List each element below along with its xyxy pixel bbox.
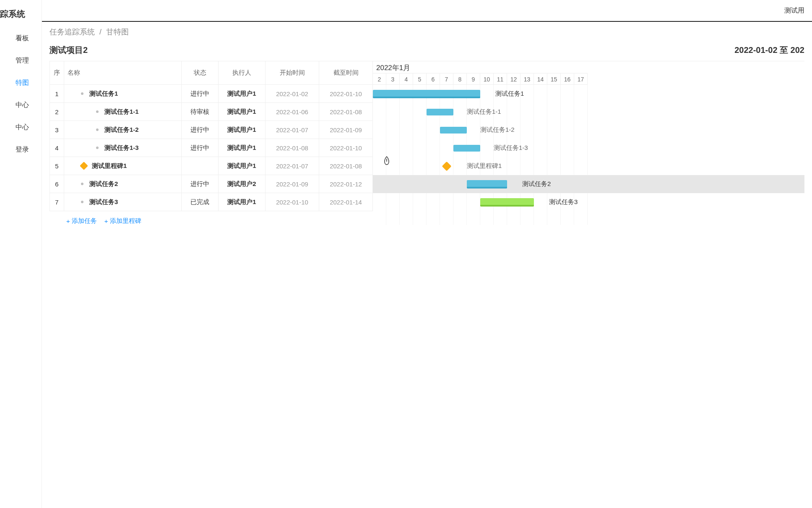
gantt-bar-label: 测试里程碑1 [467,162,502,170]
current-user[interactable]: 测试用 [784,6,804,15]
table-row[interactable]: 4测试任务1-3进行中测试用户12022-01-082022-01-10 [50,139,373,157]
bullet-icon [96,128,99,131]
bullet-icon [96,147,99,149]
gantt-bar[interactable] [453,145,480,152]
gantt-month-label: 2022年1月 [376,63,410,73]
day-header: 12 [507,73,521,85]
gantt-bar-label: 测试任务2 [522,180,551,188]
app-title: 踪系统 [0,5,42,27]
sidebar: 踪系统 看板管理特图中心中心登录 [0,0,42,508]
col-status-header: 状态 [182,61,219,85]
bullet-icon [81,183,83,185]
col-seq-header: 序 [50,61,64,85]
row-start: 2022-01-06 [265,103,319,121]
day-header: 10 [480,73,494,85]
gantt-row[interactable]: 测试任务3 [373,193,804,211]
row-executor: 测试用户1 [219,157,265,175]
row-executor: 测试用户1 [219,121,265,139]
gantt-bar-label: 测试任务1-1 [467,108,501,116]
col-end-header: 截至时间 [319,61,373,85]
row-status: 进行中 [182,139,219,157]
day-header: 17 [574,73,588,85]
table-row[interactable]: 2测试任务1-1待审核测试用户12022-01-062022-01-08 [50,103,373,121]
day-header: 15 [547,73,561,85]
row-end: 2022-01-08 [319,157,373,175]
plus-icon: + [66,217,70,225]
gantt-row[interactable]: 测试里程碑1 [373,157,804,175]
table-row[interactable]: 5测试里程碑1测试用户12022-01-072022-01-08 [50,157,373,175]
row-executor: 测试用户1 [219,193,265,211]
day-header: 14 [534,73,547,85]
task-name: 测试任务1-2 [104,126,139,134]
gantt-chart[interactable]: 2022年1月 234567891011121314151617 测试任务1测试… [373,61,804,225]
row-executor: 测试用户1 [219,85,265,103]
row-executor: 测试用户2 [219,175,265,193]
sidebar-item-2[interactable]: 特图 [0,72,42,94]
row-end: 2022-01-10 [319,85,373,103]
breadcrumb-current: 甘特图 [106,28,129,36]
row-seq: 1 [50,85,64,103]
gantt-row[interactable]: 测试任务1-1 [373,103,804,121]
table-row[interactable]: 1测试任务1进行中测试用户12022-01-022022-01-10 [50,85,373,103]
row-start: 2022-01-09 [265,175,319,193]
col-executor-header: 执行人 [219,61,265,85]
row-seq: 4 [50,139,64,157]
row-seq: 3 [50,121,64,139]
row-end: 2022-01-14 [319,193,373,211]
row-executor: 测试用户1 [219,103,265,121]
breadcrumb: 任务追踪系统 / 甘特图 [42,22,812,42]
gantt-bar-label: 测试任务1 [495,90,524,98]
row-status [182,157,219,175]
row-status: 进行中 [182,85,219,103]
gantt-row[interactable]: 测试任务2 [373,175,804,193]
sidebar-item-1[interactable]: 管理 [0,50,42,72]
sidebar-item-3[interactable]: 中心 [0,94,42,116]
gantt-bar[interactable] [467,180,507,189]
gantt-bar[interactable] [373,90,480,98]
gantt-bar[interactable] [427,109,453,115]
row-seq: 7 [50,193,64,211]
date-range: 2022-01-02 至 202 [734,45,804,56]
sidebar-item-4[interactable]: 中心 [0,116,42,139]
bullet-icon [81,201,83,203]
row-seq: 6 [50,175,64,193]
milestone-diamond-icon [442,161,452,171]
bullet-icon [96,110,99,113]
gantt-bar-label: 测试任务1-2 [480,126,515,134]
row-start: 2022-01-08 [265,139,319,157]
task-name: 测试任务3 [89,198,118,206]
task-name: 测试任务1-3 [104,144,139,152]
table-row[interactable]: 3测试任务1-2进行中测试用户12022-01-072022-01-09 [50,121,373,139]
project-title: 测试项目2 [49,45,88,56]
sidebar-item-0[interactable]: 看板 [0,27,42,50]
row-seq: 2 [50,103,64,121]
sidebar-item-5[interactable]: 登录 [0,139,42,161]
day-header: 11 [494,73,507,85]
gantt-row[interactable]: 测试任务1-2 [373,121,804,139]
task-name: 测试任务1 [89,90,118,98]
col-start-header: 开始时间 [265,61,319,85]
row-start: 2022-01-10 [265,193,319,211]
bullet-icon [81,92,83,95]
milestone-icon [80,162,88,170]
day-header: 7 [440,73,453,85]
day-header: 3 [386,73,400,85]
gantt-row[interactable]: 测试任务1-3 [373,139,804,157]
table-row[interactable]: 7测试任务3已完成测试用户12022-01-102022-01-14 [50,193,373,211]
add-task-button[interactable]: + 添加任务 [66,217,97,225]
row-end: 2022-01-08 [319,103,373,121]
row-end: 2022-01-12 [319,175,373,193]
breadcrumb-root[interactable]: 任务追踪系统 [49,28,95,36]
row-status: 待审核 [182,103,219,121]
gantt-bar-label: 测试任务1-3 [494,144,528,152]
day-header: 8 [453,73,467,85]
table-row[interactable]: 6测试任务2进行中测试用户22022-01-092022-01-12 [50,175,373,193]
gantt-bar[interactable] [440,127,467,134]
row-start: 2022-01-02 [265,85,319,103]
row-executor: 测试用户1 [219,139,265,157]
add-milestone-button[interactable]: + 添加里程碑 [104,217,141,225]
day-header: 16 [561,73,574,85]
gantt-bar[interactable] [480,198,534,207]
gantt-row[interactable]: 测试任务1 [373,85,804,103]
day-header: 4 [400,73,413,85]
